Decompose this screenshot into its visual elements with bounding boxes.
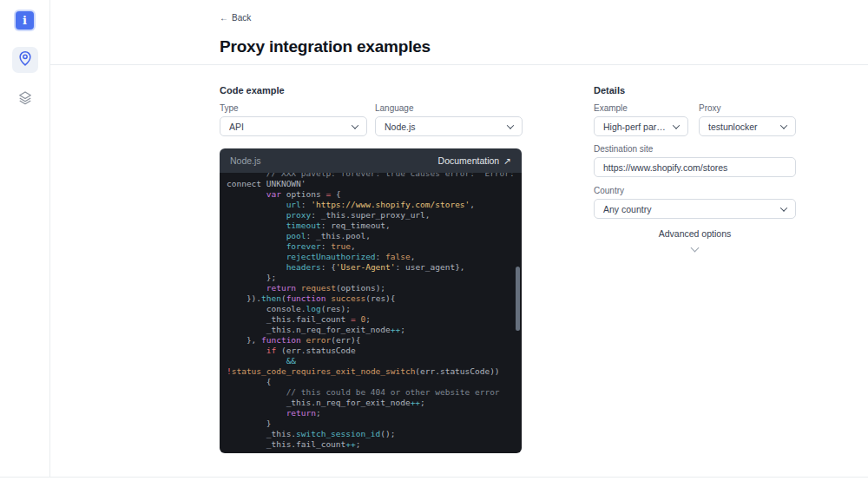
chevron-down-icon xyxy=(352,122,358,128)
code-line: headers: {'User-Agent': user_agent}, xyxy=(227,262,515,273)
example-value: High-perf paralle... xyxy=(603,122,674,132)
back-button[interactable]: ← Back xyxy=(220,13,251,23)
details-title: Details xyxy=(594,85,796,96)
country-label: Country xyxy=(594,186,796,195)
code-line: }; xyxy=(227,273,515,283)
main-content: ← Back Proxy integration examples Code e… xyxy=(50,0,868,478)
code-line: return; xyxy=(227,408,515,418)
code-scroll-area[interactable]: // XXX pavelp: forever: true causes erro… xyxy=(220,173,522,453)
documentation-link[interactable]: Documentation ↗ xyxy=(438,155,511,166)
destination-site-label: Destination site xyxy=(594,144,796,154)
code-line: // this could be 404 or other website er… xyxy=(227,387,515,398)
code-editor-header: Node.js Documentation ↗ xyxy=(220,148,522,173)
code-line: _this.switch_session_id(); xyxy=(227,429,515,439)
page-header: ← Back Proxy integration examples xyxy=(50,0,868,65)
code-line: _this.n_req_for_exit_node++; xyxy=(227,398,515,408)
code-scrollbar-thumb[interactable] xyxy=(516,267,520,331)
back-label: Back xyxy=(232,13,251,23)
type-select[interactable]: API xyxy=(220,116,367,136)
code-line: rejectUnauthorized: false, xyxy=(227,252,515,262)
chevron-down-icon xyxy=(673,122,680,128)
code-line: _this.fail_count = 0; xyxy=(227,314,515,325)
layers-icon xyxy=(16,89,34,110)
code-content: // XXX pavelp: forever: true causes erro… xyxy=(220,173,522,450)
chevron-down-icon xyxy=(780,204,787,211)
code-line: _this.fail_count++; xyxy=(227,439,515,450)
chevron-down-icon xyxy=(780,122,787,128)
app-logo[interactable]: i xyxy=(16,11,34,30)
external-link-arrow-icon: ↗ xyxy=(503,155,511,166)
code-line: } xyxy=(227,418,515,429)
code-example-section: Code example Type API Language Node.js xyxy=(220,85,522,453)
code-editor: Node.js Documentation ↗ // XXX pavelp: f… xyxy=(220,148,522,453)
code-line: _this.n_req_for_exit_node++; xyxy=(227,325,515,335)
documentation-label: Documentation xyxy=(438,155,500,166)
code-line: var options = { xyxy=(227,189,515,200)
destination-site-value: https://www.shopify.com/stores xyxy=(603,162,727,173)
code-line: console.log(res); xyxy=(227,304,515,314)
code-line: !status_code_requires_exit_node_switch(e… xyxy=(227,366,515,377)
sidebar: i xyxy=(0,0,50,478)
proxy-select[interactable]: testunlocker xyxy=(699,116,796,136)
country-value: Any country xyxy=(603,204,656,214)
code-line: proxy: _this.super_proxy_url, xyxy=(227,210,515,221)
proxy-value: testunlocker xyxy=(708,122,763,132)
chevron-down-icon xyxy=(691,244,700,253)
example-label: Example xyxy=(594,103,688,113)
sidebar-item-layers[interactable] xyxy=(12,87,38,113)
advanced-options-toggle[interactable]: Advanced options xyxy=(594,228,796,254)
bottom-divider xyxy=(0,477,868,478)
code-line: pool: _this.pool, xyxy=(227,231,515,241)
country-select[interactable]: Any country xyxy=(594,199,796,219)
code-line: { xyxy=(227,377,515,387)
page-title: Proxy integration examples xyxy=(220,37,868,56)
code-line: }, function error(err){ xyxy=(227,335,515,346)
code-line: forever: true, xyxy=(227,241,515,252)
language-label: Language xyxy=(375,103,523,113)
back-arrow-icon: ← xyxy=(220,13,228,23)
code-line: }).then(function success(res){ xyxy=(227,293,515,304)
example-select[interactable]: High-perf paralle... xyxy=(594,116,688,136)
code-line: connect UNKNOWN' xyxy=(227,179,515,189)
code-line: return request(options); xyxy=(227,283,515,293)
code-editor-language-title: Node.js xyxy=(230,155,261,166)
code-line: // XXX pavelp: forever: true causes erro… xyxy=(227,173,515,179)
code-line: && xyxy=(227,356,515,366)
code-line: if (err.statusCode xyxy=(227,346,515,356)
code-line: url: 'https://www.shopify.com/stores', xyxy=(227,200,515,210)
advanced-options-label: Advanced options xyxy=(594,228,796,239)
type-label: Type xyxy=(220,103,367,113)
language-value: Node.js xyxy=(385,122,421,132)
logo-glyph: i xyxy=(23,14,27,27)
chevron-down-icon xyxy=(507,122,514,128)
code-example-title: Code example xyxy=(220,85,522,96)
code-line: timeout: req_timeout, xyxy=(227,221,515,231)
details-section: Details Example High-perf paralle... Pro… xyxy=(594,85,796,254)
language-select[interactable]: Node.js xyxy=(375,116,523,136)
content-columns: Code example Type API Language Node.js xyxy=(50,65,868,453)
location-pin-icon xyxy=(16,49,34,70)
type-value: API xyxy=(229,122,249,132)
proxy-label: Proxy xyxy=(699,103,796,113)
sidebar-item-proxies[interactable] xyxy=(12,47,38,73)
destination-site-input[interactable]: https://www.shopify.com/stores xyxy=(594,157,796,177)
